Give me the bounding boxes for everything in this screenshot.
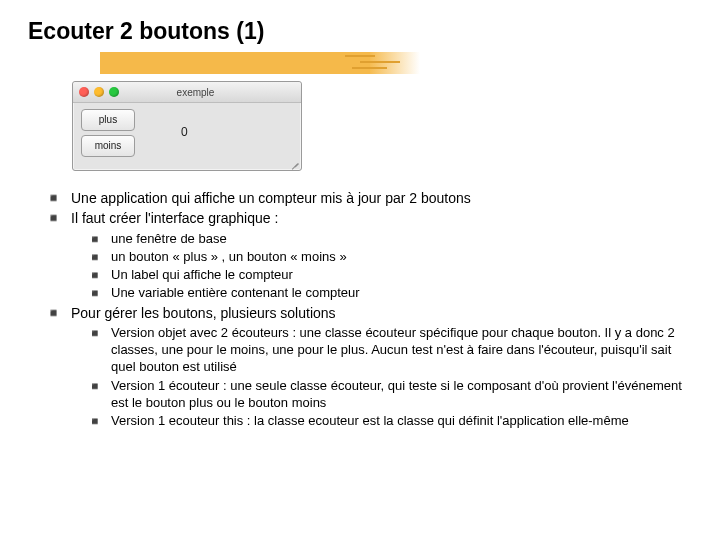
plus-button: plus bbox=[81, 109, 135, 131]
sub-bullet-text: un bouton « plus » , un bouton « moins » bbox=[111, 248, 692, 265]
bullet-text: Pour gérer les boutons, plusieurs soluti… bbox=[71, 304, 692, 322]
slide-title: Ecouter 2 boutons (1) bbox=[28, 18, 692, 45]
resize-handle-icon bbox=[288, 156, 300, 168]
sub-bullet-icon: ◾ bbox=[88, 250, 102, 265]
window-title: exemple bbox=[124, 87, 267, 98]
zoom-icon bbox=[109, 87, 119, 97]
sub-bullet-icon: ◾ bbox=[88, 232, 102, 247]
slide-body: ◾Une application qui affiche un compteur… bbox=[28, 189, 692, 429]
bullet-text: Il faut créer l'interface graphique : bbox=[71, 209, 692, 227]
sub-bullet-text: Version 1 écouteur : une seule classe éc… bbox=[111, 377, 692, 411]
sub-bullet-icon: ◾ bbox=[88, 286, 102, 301]
minimize-icon bbox=[94, 87, 104, 97]
moins-button: moins bbox=[81, 135, 135, 157]
sub-bullet-icon: ◾ bbox=[88, 414, 102, 429]
sub-bullet-text: Un label qui affiche le compteur bbox=[111, 266, 692, 283]
counter-label: 0 bbox=[181, 125, 188, 139]
app-screenshot: exemple plus moins 0 bbox=[72, 81, 302, 171]
window-titlebar: exemple bbox=[73, 82, 301, 103]
bullet-icon: ◾ bbox=[46, 191, 61, 207]
sub-bullet-icon: ◾ bbox=[88, 326, 102, 375]
sub-bullet-text: Une variable entière contenant le compte… bbox=[111, 284, 692, 301]
bullet-text: Une application qui affiche un compteur … bbox=[71, 189, 692, 207]
close-icon bbox=[79, 87, 89, 97]
sub-bullet-text: une fenêtre de base bbox=[111, 230, 692, 247]
sub-bullet-text: Version objet avec 2 écouteurs : une cla… bbox=[111, 324, 692, 375]
sub-bullet-text: Version 1 ecouteur this : la classe ecou… bbox=[111, 412, 692, 429]
decorative-underline bbox=[100, 52, 420, 74]
bullet-icon: ◾ bbox=[46, 211, 61, 227]
sub-bullet-icon: ◾ bbox=[88, 379, 102, 411]
sub-bullet-icon: ◾ bbox=[88, 268, 102, 283]
bullet-icon: ◾ bbox=[46, 306, 61, 322]
